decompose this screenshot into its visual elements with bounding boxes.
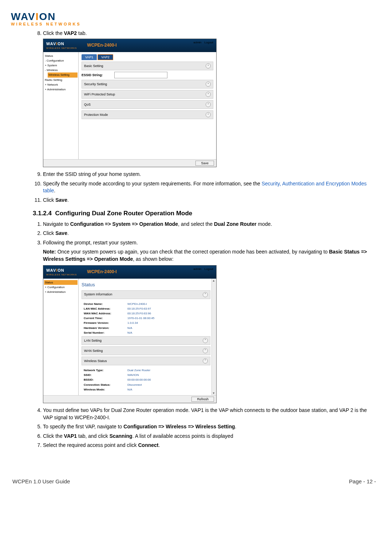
step-b7: Select the required access point and cli… [43,442,377,449]
screenshot-status: admin Logout WAVION WIRELESS NETWORKS WC… [43,265,217,403]
panel-protection[interactable]: Protection Mode˄ [82,110,213,119]
side-admin[interactable]: + Administration [44,290,78,294]
page-footer: WCPEn 1.0 User Guide Page - 12 - [11,478,377,484]
logout-link[interactable]: Logout [205,267,213,271]
panel-qos[interactable]: QoS˄ [82,100,213,109]
wstatus-block: Network Type:Dual Zone Router SSID:WAVIO… [82,367,210,393]
sidebar: Status - Configuration + System - Wirele… [43,52,79,160]
screenshot-vap-config: admin Logout WAVION WIRELESS NETWORKS WC… [43,39,217,168]
ss-header: WAVION WIRELESS NETWORKS WCPEn-2400-I [43,266,216,279]
main-panel: VAP1 VAP2 Basic Setting˅ ESSID String: S… [79,52,216,160]
user-label: admin [194,267,202,271]
ss-logo: WAVION [46,268,77,273]
panel-security[interactable]: Security Setting˄ [82,80,213,89]
essid-input[interactable] [114,72,167,78]
step-b4: You must define two VAPs for Dual Zone R… [43,407,377,421]
chevron-icon: ˄ [206,102,211,107]
step-b3: Following the prompt, restart your syste… [43,239,377,403]
panel-lan[interactable]: LAN Setting˄ [82,336,210,345]
chevron-icon: ˄ [203,348,208,353]
panel-wps[interactable]: WiFi Protected Setup˄ [82,90,213,99]
step-8: Click the VAP2 tab. admin Logout WAVION … [43,30,377,167]
status-title: Status [82,282,210,288]
brand-logo: WAVION WIRELESS NETWORKS [11,11,377,26]
chevron-down-icon: ˅ [206,63,211,68]
user-bar: admin Logout [191,267,214,271]
steps-list-a: Click the VAP2 tab. admin Logout WAVION … [33,30,377,204]
side-status[interactable]: Status [44,54,78,58]
logo-part1: WAV [11,11,36,22]
sysinfo-block: Device Name:WCPEn-2400-I LAN MAC Address… [82,300,210,336]
panel-sysinfo[interactable]: System Information˅ [82,290,210,299]
scrollbar[interactable] [211,279,216,395]
chevron-icon: ˄ [206,82,211,87]
ss-logo-sub: WIRELESS NETWORKS [46,273,77,276]
side-network[interactable]: + Network [44,82,78,87]
logo-subtitle: WIRELESS NETWORKS [11,22,377,26]
step-b6: Click the VAP1 tab, and click Scanning. … [43,433,377,440]
save-button[interactable]: Save [195,161,214,166]
steps-list-b: Navigate to Configuration => System => O… [33,221,377,449]
tab-vap1[interactable]: VAP1 [82,54,97,60]
step-b2: Click Save. [43,230,377,237]
ss-header: WAVION WIRELESS NETWORKS WCPEn-2400-I [43,39,216,52]
note-label: Note: [43,249,56,255]
side-wireless[interactable]: - Wireless [44,68,78,72]
chevron-icon: ˄ [203,338,208,343]
step-11: Click Save. [43,197,377,204]
logout-link[interactable]: Logout [205,41,213,44]
chevron-icon: ˄ [206,92,211,97]
step-10: Specify the security mode according to y… [43,180,377,195]
footer-title: WCPEn 1.0 User Guide [12,478,70,484]
side-wireless-setting[interactable]: Wireless Setting [48,72,78,77]
logo-part2: ON [39,11,56,22]
footer-page: Page - 12 - [349,478,376,484]
device-title: WCPEn-2400-I [87,42,116,48]
user-bar: admin Logout [191,40,214,44]
chevron-down-icon: ˅ [203,358,208,364]
ss-footer: Refresh [43,395,216,403]
ss-footer: Save [43,159,216,167]
main-panel: Status System Information˅ Device Name:W… [79,279,216,395]
sidebar: Status + Configuration + Administration [43,279,79,395]
step-9: Enter the SSID string of your home syste… [43,171,377,178]
panel-wireless-status[interactable]: Wireless Status˅ [82,357,210,365]
chevron-down-icon: ˅ [203,292,208,297]
essid-row: ESSID String: [82,72,213,78]
chevron-icon: ˄ [206,112,211,117]
side-system[interactable]: + System [44,63,78,68]
refresh-button[interactable]: Refresh [191,397,214,402]
panel-wan[interactable]: WAN Setting˄ [82,346,210,355]
tab-vap2[interactable]: VAP2 [98,54,113,60]
device-title: WCPEn-2400-I [87,269,116,275]
side-config[interactable]: - Configuration [44,58,78,63]
panel-basic[interactable]: Basic Setting˅ [82,62,213,70]
user-label: admin [194,41,202,44]
ss-logo: WAVION [46,41,77,47]
step-b5: To specify the first VAP, navigate to Co… [43,423,377,431]
side-admin[interactable]: + Administration [44,87,78,92]
side-config[interactable]: + Configuration [44,285,78,290]
ss-logo-sub: WIRELESS NETWORKS [46,47,77,50]
essid-label: ESSID String: [82,73,114,78]
side-status[interactable]: Status [44,280,78,285]
step-b1: Navigate to Configuration => System => O… [43,221,377,228]
side-radio[interactable]: Radio Setting [44,78,78,82]
section-heading: 3.1.2.4 Configuring Dual Zone Router Ope… [33,210,377,217]
